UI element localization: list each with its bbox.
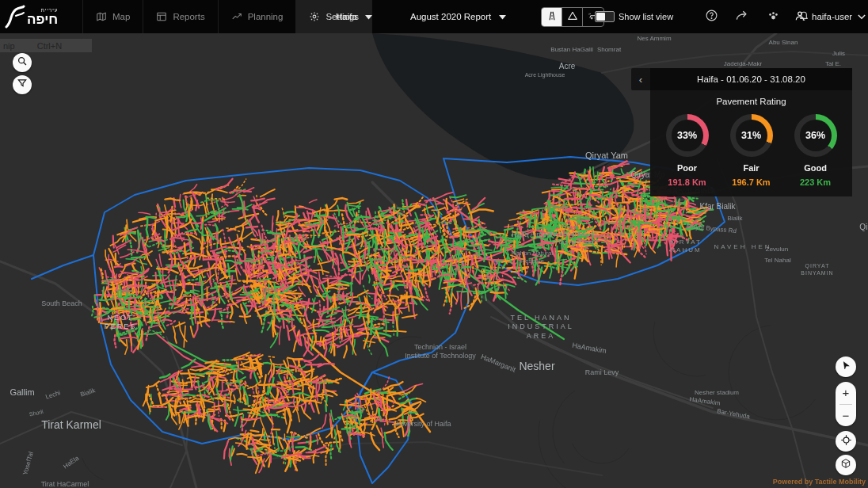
report-dropdown[interactable]: August 2020 Report (410, 0, 506, 33)
user-name: haifa-user (812, 12, 852, 21)
search-button[interactable] (13, 53, 32, 72)
warning-mode-button[interactable] (562, 8, 583, 26)
rating-percent: 31% (741, 130, 761, 141)
user-menu[interactable]: haifa-user (794, 0, 866, 33)
map-icon (96, 11, 107, 22)
help-icon (705, 9, 718, 25)
road-icon (546, 10, 558, 25)
cube-icon (840, 458, 851, 472)
attribution-text[interactable]: Powered by Tactile Mobility (773, 478, 866, 486)
rating-good: 36%Good223 Km (786, 114, 846, 187)
rating-km: 196.7 Km (732, 177, 770, 187)
rating-label: Good (804, 163, 827, 173)
menu-fragment[interactable]: nip Ctrl+N (0, 39, 92, 52)
zoom-control: + − (836, 382, 856, 426)
caret-down-icon (365, 12, 372, 21)
menu-fragment-shortcut: Ctrl+N (37, 41, 62, 51)
rating-poor: 33%Poor191.8 Km (657, 114, 718, 187)
donut-chart-poor: 33% (666, 114, 709, 157)
city-dropdown[interactable]: Haifa (336, 0, 372, 33)
nav-item-label: Reports (173, 12, 204, 21)
zoom-out-button[interactable]: − (836, 405, 856, 427)
locate-button[interactable] (836, 431, 856, 452)
panel-collapse-button[interactable]: ‹ (631, 68, 650, 90)
main-nav: MapReportsPlanningSettings (82, 0, 372, 33)
search-icon (17, 55, 28, 70)
reports-icon (156, 11, 167, 22)
panel-title: Haifa - 01.06.20 - 31.08.20 (697, 74, 805, 84)
filter-button[interactable] (13, 75, 32, 94)
rating-fair: 31%Fair196.7 Km (721, 114, 782, 187)
rating-percent: 36% (805, 130, 825, 141)
pavement-rating-panel: Haifa - 01.06.20 - 31.08.20 Pavement Rat… (650, 68, 852, 196)
donut-hole: 33% (672, 120, 703, 151)
settings-icon (309, 11, 320, 22)
cursor-icon (841, 360, 851, 374)
logo-title: חיפה (27, 13, 58, 26)
nav-item-planning[interactable]: Planning (218, 0, 296, 33)
nav-item-reports[interactable]: Reports (143, 0, 217, 33)
toggle-knob (596, 13, 605, 21)
paw-button[interactable] (763, 7, 782, 26)
panel-header: Haifa - 01.06.20 - 31.08.20 (650, 68, 852, 90)
zoom-in-button[interactable]: + (836, 382, 856, 404)
top-bar: עיריית חיפה MapReportsPlanningSettings H… (0, 0, 868, 33)
show-list-view-toggle[interactable] (595, 11, 615, 22)
share-icon (735, 9, 750, 25)
paw-icon (767, 9, 780, 25)
donut-hole: 36% (800, 120, 832, 151)
rating-label: Fair (743, 163, 759, 173)
road-mode-button[interactable] (542, 8, 562, 26)
city-logo[interactable]: עיריית חיפה (5, 2, 78, 32)
warning-icon (567, 10, 578, 25)
menu-fragment-label: nip (3, 41, 15, 51)
panel-body: Pavement Rating 33%Poor191.8 Km31%Fair19… (650, 90, 852, 196)
panel-subtitle: Pavement Rating (655, 97, 847, 106)
donut-hole: 31% (736, 120, 767, 151)
rating-km: 223 Km (800, 177, 831, 187)
show-list-view-label: Show list view (619, 12, 673, 21)
planning-icon (231, 11, 242, 22)
pointer-tool-button[interactable] (836, 356, 856, 377)
app-window: Bustan HaGalilShomratNes AmmimAbu SinanJ… (0, 0, 868, 488)
nav-item-label: Planning (248, 12, 284, 21)
user-icon (794, 10, 806, 24)
nav-item-map[interactable]: Map (82, 0, 143, 33)
rating-percent: 33% (677, 130, 697, 141)
chevron-left-icon: ‹ (639, 74, 642, 86)
report-dropdown-value: August 2020 Report (410, 12, 491, 21)
caret-down-icon (499, 12, 506, 21)
donut-chart-good: 36% (794, 114, 837, 157)
ratings-row: 33%Poor191.8 Km31%Fair196.7 Km36%Good223… (655, 114, 847, 187)
map-3d-button[interactable] (836, 455, 856, 475)
crosshair-icon (840, 434, 852, 449)
chevron-down-icon (858, 12, 866, 21)
filter-icon (17, 78, 28, 92)
city-dropdown-value: Haifa (336, 12, 357, 21)
share-button[interactable] (733, 7, 752, 26)
logo-figure-icon (5, 5, 25, 29)
nav-item-label: Map (112, 12, 130, 21)
rating-label: Poor (677, 163, 697, 173)
help-button[interactable] (702, 7, 721, 26)
rating-km: 191.8 Km (668, 177, 706, 187)
donut-chart-fair: 31% (730, 114, 773, 157)
